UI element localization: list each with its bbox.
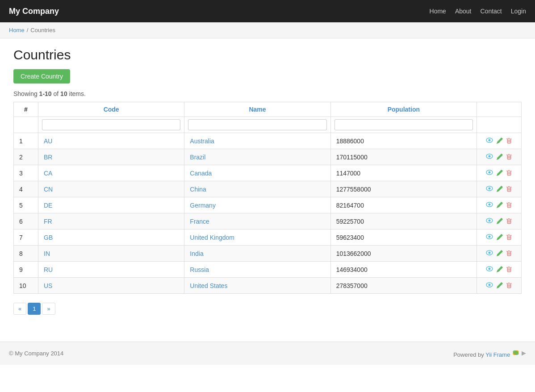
delete-icon[interactable]	[506, 234, 512, 242]
edit-icon[interactable]	[497, 186, 503, 193]
filter-name-input[interactable]	[188, 119, 326, 130]
cell-name: Russia	[184, 262, 330, 278]
view-icon[interactable]	[486, 217, 493, 225]
table-row: 4 CN China 1277558000	[14, 181, 522, 197]
edit-icon[interactable]	[497, 202, 503, 209]
table-row: 5 DE Germany 82164700	[14, 197, 522, 213]
pagination-next[interactable]: »	[42, 303, 55, 315]
table-row: 7 GB United Kingdom 59623400	[14, 229, 522, 246]
view-icon[interactable]	[486, 249, 493, 258]
nav-item-contact[interactable]: Contact	[480, 8, 502, 15]
cell-population: 146934000	[330, 262, 476, 278]
delete-icon[interactable]	[506, 266, 512, 274]
view-icon[interactable]	[486, 153, 493, 161]
nav-item-login[interactable]: Login	[511, 8, 526, 15]
cell-population: 1277558000	[330, 181, 476, 197]
edit-icon[interactable]	[497, 154, 503, 161]
col-header-name[interactable]: Name	[184, 102, 330, 117]
svg-point-17	[488, 268, 490, 270]
cell-num: 7	[14, 229, 38, 246]
edit-icon[interactable]	[497, 138, 503, 145]
countries-table: # Code Name Population	[13, 102, 522, 294]
pagination-page-1[interactable]: 1	[28, 303, 41, 315]
view-icon[interactable]	[486, 185, 493, 193]
col-header-num: #	[14, 102, 38, 117]
edit-icon[interactable]	[497, 234, 503, 242]
view-icon[interactable]	[486, 265, 493, 274]
pagination-prev[interactable]: «	[13, 303, 26, 315]
col-header-actions	[477, 102, 522, 117]
table-row: 2 BR Brazil 170115000	[14, 149, 522, 165]
edit-icon[interactable]	[497, 218, 503, 225]
cell-actions	[477, 181, 522, 197]
delete-icon[interactable]	[506, 186, 512, 193]
cell-actions	[477, 278, 522, 294]
edit-icon[interactable]	[497, 266, 503, 274]
cell-population: 59623400	[330, 229, 476, 246]
svg-point-9	[488, 204, 490, 206]
main-content: Countries Create Country Showing 1-10 of…	[0, 38, 535, 324]
svg-point-11	[488, 220, 490, 222]
cell-num: 8	[14, 246, 38, 262]
col-header-population[interactable]: Population	[330, 102, 476, 117]
cell-num: 1	[14, 133, 38, 149]
copyright: © My Company 2014	[9, 350, 63, 357]
view-icon[interactable]	[486, 137, 493, 145]
view-icon[interactable]	[486, 281, 493, 290]
view-icon[interactable]	[486, 233, 493, 242]
create-country-button[interactable]: Create Country	[13, 69, 70, 83]
cell-name: Brazil	[184, 149, 330, 165]
cell-code: FR	[38, 213, 184, 229]
filter-code-cell	[38, 117, 184, 133]
delete-icon[interactable]	[506, 250, 512, 258]
filter-code-input[interactable]	[42, 119, 180, 130]
col-header-code[interactable]: Code	[38, 102, 184, 117]
edit-icon[interactable]	[497, 250, 503, 258]
cell-code: AU	[38, 133, 184, 149]
table-row: 3 CA Canada 1147000	[14, 165, 522, 181]
svg-point-3	[488, 155, 490, 158]
cell-actions	[477, 165, 522, 181]
breadcrumb-separator: /	[27, 27, 29, 33]
svg-point-5	[488, 171, 490, 174]
cell-code: IN	[38, 246, 184, 262]
summary-of: of	[52, 90, 60, 97]
cell-name: United Kingdom	[184, 229, 330, 246]
brand-link[interactable]: My Company	[9, 7, 59, 16]
edit-icon[interactable]	[497, 282, 503, 290]
cell-num: 4	[14, 181, 38, 197]
cell-code: CA	[38, 165, 184, 181]
cell-population: 1147000	[330, 165, 476, 181]
cell-name: France	[184, 213, 330, 229]
view-icon[interactable]	[486, 169, 493, 177]
powered-by: Powered by Yii Frame ▶	[453, 349, 526, 358]
navbar: My Company Home About Contact Login	[0, 0, 535, 22]
nav-item-home[interactable]: Home	[430, 8, 446, 15]
delete-icon[interactable]	[506, 138, 512, 145]
edit-icon[interactable]	[497, 170, 503, 177]
filter-name-cell	[184, 117, 330, 133]
svg-point-21	[512, 350, 520, 356]
summary-range: 1-10	[39, 90, 52, 97]
breadcrumb-home[interactable]: Home	[9, 27, 25, 33]
yii-link[interactable]: Yii Frame	[485, 351, 510, 358]
cell-num: 6	[14, 213, 38, 229]
view-icon[interactable]	[486, 201, 493, 209]
delete-icon[interactable]	[506, 154, 512, 161]
yii-leaf-icon	[512, 349, 520, 357]
footer: © My Company 2014 Powered by Yii Frame ▶	[0, 342, 535, 365]
summary-showing: Showing	[13, 90, 39, 97]
cell-code: US	[38, 278, 184, 294]
pagination: « 1 »	[13, 303, 522, 315]
delete-icon[interactable]	[506, 170, 512, 177]
table-body: 1 AU Australia 18886000 2 BR Brazil 1701…	[14, 133, 522, 294]
delete-icon[interactable]	[506, 282, 512, 290]
cell-actions	[477, 229, 522, 246]
filter-population-input[interactable]	[334, 119, 473, 130]
nav-item-about[interactable]: About	[455, 8, 472, 15]
cell-name: China	[184, 181, 330, 197]
delete-icon[interactable]	[506, 218, 512, 225]
delete-icon[interactable]	[506, 202, 512, 209]
svg-point-7	[488, 188, 490, 190]
svg-point-1	[488, 139, 490, 142]
